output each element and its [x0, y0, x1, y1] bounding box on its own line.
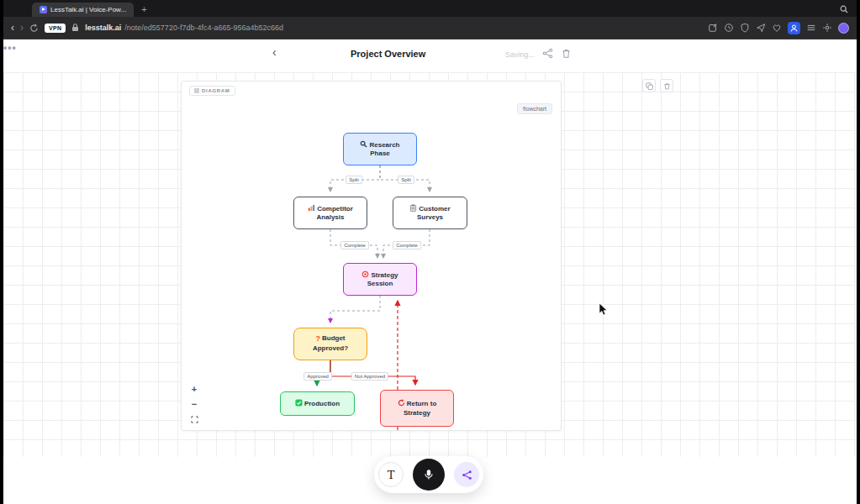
note-back-button[interactable]: ‹: [272, 46, 277, 58]
mouse-cursor: [599, 303, 609, 317]
delete-block-button[interactable]: [660, 79, 673, 92]
browser-tab-strip: LessTalk.ai | Voice-Pow... +: [3, 0, 857, 17]
note-canvas[interactable]: DIAGRAM flowchart: [3, 72, 857, 457]
saving-status: Saving...: [505, 50, 535, 59]
node-label: Competitor Analysis: [317, 205, 353, 221]
shield-icon[interactable]: [740, 23, 750, 33]
check-icon: [295, 399, 303, 407]
share-icon[interactable]: [542, 48, 553, 59]
node-label: Customer Surveys: [417, 205, 451, 221]
share-nodes-icon: [462, 470, 472, 480]
gear-icon[interactable]: [822, 23, 832, 33]
profile-icon[interactable]: [788, 22, 800, 34]
node-label: Research Phase: [369, 141, 399, 157]
account-avatar[interactable]: [838, 23, 849, 34]
note-page: ‹ Project Overview Saving... ••• DIAGRAM…: [3, 39, 857, 503]
node-label: Strategy Session: [367, 271, 398, 287]
back-button[interactable]: ‹: [11, 23, 14, 33]
microphone-icon: [422, 468, 435, 481]
zoom-out-button[interactable]: −: [187, 398, 201, 410]
microscope-icon: [360, 140, 367, 148]
browser-window: LessTalk.ai | Voice-Pow... + ‹ › VPN les…: [3, 0, 857, 504]
browser-toolbar: ‹ › VPN lesstalk.ai/note/ed557720-f7db-4…: [3, 17, 857, 39]
url-bar[interactable]: lesstalk.ai/note/ed557720-f7db-4fc4-a665…: [85, 24, 283, 32]
floating-toolbar: T: [374, 456, 483, 493]
node-budget-approved[interactable]: ?Budget Approved?: [293, 328, 367, 360]
edge-label-approved: Approved: [303, 372, 332, 381]
vpn-badge[interactable]: VPN: [45, 24, 66, 33]
trash-icon[interactable]: [561, 48, 572, 59]
node-label: Return to Strategy: [404, 400, 436, 416]
edge-label-split-right: Split: [398, 176, 414, 184]
tab-title: LessTalk.ai | Voice-Pow...: [50, 6, 126, 13]
lock-icon: [71, 24, 79, 32]
lesstalk-favicon-icon: [40, 6, 47, 13]
page-title: Project Overview: [351, 49, 425, 59]
send-icon[interactable]: [756, 23, 766, 33]
reload-icon[interactable]: [29, 24, 39, 33]
edge-label-complete-left: Complete: [340, 241, 369, 249]
edge-label-split-left: Split: [346, 176, 362, 184]
zoom-controls: + −: [187, 383, 201, 425]
question-mark-icon: ?: [315, 334, 320, 344]
heart-icon[interactable]: [772, 23, 782, 33]
url-path: /note/ed557720-f7db-4fc4-a665-956a4b52c6…: [124, 24, 283, 32]
target-icon: [361, 270, 369, 278]
node-strategy-session[interactable]: Strategy Session: [343, 263, 417, 296]
search-icon[interactable]: [840, 5, 848, 13]
more-options-button[interactable]: •••: [3, 42, 17, 54]
share-note-button[interactable]: [454, 462, 479, 487]
node-competitor-analysis[interactable]: Competitor Analysis: [293, 197, 367, 229]
node-production[interactable]: Production: [280, 391, 355, 416]
text-mode-button[interactable]: T: [378, 462, 404, 487]
edge-label-not-approved: Not Approved: [351, 372, 388, 381]
node-return-to-strategy[interactable]: Return to Strategy: [380, 390, 454, 427]
browser-tab[interactable]: LessTalk.ai | Voice-Pow...: [32, 3, 134, 17]
node-research-phase[interactable]: Research Phase: [343, 133, 417, 165]
forward-button[interactable]: ›: [20, 23, 24, 33]
clipboard-icon: [409, 204, 417, 212]
clock-icon[interactable]: [724, 23, 734, 33]
refresh-icon: [398, 399, 405, 407]
bar-chart-icon: [308, 204, 315, 212]
duplicate-block-button[interactable]: [642, 79, 656, 92]
node-label: Production: [304, 400, 340, 407]
note-header: ‹ Project Overview Saving... •••: [3, 39, 857, 72]
edit-icon[interactable]: [708, 23, 718, 33]
block-actions: [642, 79, 673, 92]
fit-view-button[interactable]: [187, 413, 201, 425]
new-tab-button[interactable]: +: [141, 5, 146, 14]
zoom-in-button[interactable]: +: [187, 383, 201, 395]
diagram-block[interactable]: DIAGRAM flowchart: [181, 81, 562, 431]
url-domain: lesstalk.ai: [85, 24, 121, 32]
microphone-button[interactable]: [413, 459, 445, 491]
edge-label-complete-right: Complete: [393, 241, 421, 249]
menu-icon[interactable]: [806, 23, 816, 33]
node-customer-surveys[interactable]: Customer Surveys: [393, 197, 467, 229]
